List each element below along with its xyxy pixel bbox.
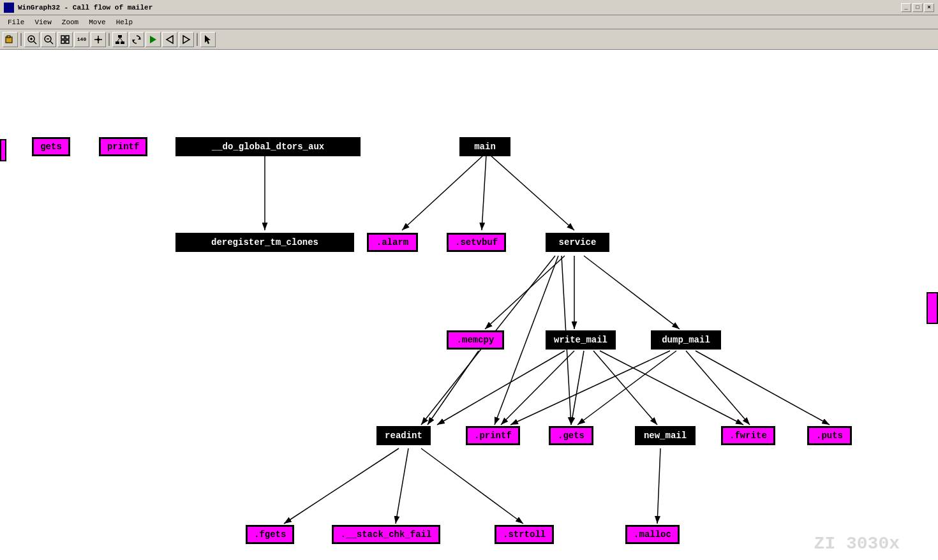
node-strtoll[interactable]: .strtoll <box>495 525 554 544</box>
maximize-button[interactable]: □ <box>912 3 923 12</box>
window-title: WinGraph32 - Call flow of mailer <box>18 4 153 11</box>
menu-help[interactable]: Help <box>111 17 138 27</box>
node-readint[interactable]: readint <box>376 426 431 445</box>
node-dump-mail[interactable]: dump_mail <box>651 330 721 350</box>
menu-file[interactable]: File <box>3 17 29 27</box>
svg-line-19 <box>117 38 120 41</box>
node-memcpy[interactable]: .memcpy <box>447 330 504 350</box>
percent-button[interactable]: 140 <box>74 32 89 47</box>
svg-line-34 <box>584 256 680 329</box>
menu-bar: File View Zoom Move Help <box>0 15 938 29</box>
svg-line-51 <box>657 448 660 524</box>
svg-line-38 <box>428 351 479 425</box>
back-button[interactable] <box>162 32 177 47</box>
svg-line-20 <box>120 38 123 41</box>
menu-view[interactable]: View <box>29 17 56 27</box>
svg-point-15 <box>97 38 100 41</box>
svg-rect-11 <box>61 40 64 43</box>
node-service[interactable]: service <box>546 233 609 252</box>
zoom-out-button[interactable] <box>41 32 56 47</box>
svg-line-30 <box>482 155 486 230</box>
watermark: ZI 3030x <box>814 534 900 554</box>
node-printf-left[interactable]: printf <box>99 137 147 156</box>
svg-line-49 <box>396 448 408 524</box>
svg-rect-10 <box>66 36 69 39</box>
node-new-mail[interactable]: new_mail <box>635 426 696 445</box>
open-button[interactable] <box>3 32 18 47</box>
svg-line-50 <box>421 448 523 524</box>
svg-rect-1 <box>7 36 10 38</box>
toolbar: 140 <box>0 29 938 50</box>
svg-marker-25 <box>183 36 190 43</box>
svg-rect-16 <box>118 35 122 38</box>
svg-line-32 <box>485 256 565 329</box>
toolbar-sep-2 <box>108 33 110 46</box>
node-puts[interactable]: .puts <box>807 426 852 445</box>
minimize-button[interactable]: _ <box>901 3 911 12</box>
svg-rect-17 <box>115 41 119 44</box>
play-button[interactable] <box>145 32 161 47</box>
node-do-global[interactable]: __do_global_dtors_aux <box>175 137 361 156</box>
arrows-overlay <box>0 50 938 560</box>
pointer-button[interactable] <box>200 32 216 47</box>
side-rect-left <box>0 139 6 161</box>
svg-line-29 <box>402 155 484 230</box>
close-button[interactable]: × <box>924 3 934 12</box>
svg-rect-18 <box>121 41 124 44</box>
zoom-in-button[interactable] <box>24 32 40 47</box>
layout-button[interactable] <box>112 32 128 47</box>
svg-line-45 <box>577 351 676 425</box>
svg-line-3 <box>34 41 36 44</box>
svg-marker-23 <box>150 36 156 43</box>
node-write-mail[interactable]: write_mail <box>546 330 616 350</box>
svg-line-42 <box>593 351 657 425</box>
node-deregister[interactable]: deregister_tm_clones <box>175 233 354 252</box>
svg-marker-26 <box>205 35 211 44</box>
svg-line-48 <box>284 448 399 524</box>
center-button[interactable] <box>91 32 106 47</box>
toolbar-sep-3 <box>197 33 198 46</box>
svg-line-43 <box>600 351 743 425</box>
node-stack-chk[interactable]: .__stack_chk_fail <box>332 525 440 544</box>
svg-line-47 <box>696 351 830 425</box>
svg-line-41 <box>571 351 584 425</box>
svg-line-44 <box>510 351 670 425</box>
node-printf2[interactable]: .printf <box>466 426 520 445</box>
svg-line-40 <box>501 351 574 425</box>
svg-rect-9 <box>61 36 64 39</box>
app-icon <box>4 3 14 13</box>
side-rect-right <box>927 292 938 324</box>
svg-line-7 <box>50 41 53 44</box>
fit-button[interactable] <box>57 32 73 47</box>
menu-move[interactable]: Move <box>84 17 110 27</box>
node-gets-left[interactable]: gets <box>32 137 70 156</box>
svg-line-46 <box>686 351 750 425</box>
refresh-button[interactable] <box>129 32 144 47</box>
node-fgets[interactable]: .fgets <box>246 525 294 544</box>
menu-zoom[interactable]: Zoom <box>57 17 84 27</box>
canvas-area: gets printf __do_global_dtors_aux main d… <box>0 50 938 560</box>
svg-line-31 <box>490 155 574 230</box>
node-setvbuf[interactable]: .setvbuf <box>447 233 506 252</box>
node-fwrite[interactable]: .fwrite <box>721 426 775 445</box>
svg-line-39 <box>437 351 565 425</box>
node-main[interactable]: main <box>459 137 510 156</box>
node-alarm[interactable]: .alarm <box>367 233 418 252</box>
svg-marker-24 <box>167 36 173 43</box>
forward-button[interactable] <box>179 32 194 47</box>
toolbar-sep-1 <box>20 33 22 46</box>
node-malloc[interactable]: .malloc <box>625 525 680 544</box>
svg-rect-12 <box>66 40 69 43</box>
title-bar: WinGraph32 - Call flow of mailer _ □ × <box>0 0 938 15</box>
node-gets2[interactable]: .gets <box>549 426 593 445</box>
window-controls: _ □ × <box>901 3 934 12</box>
